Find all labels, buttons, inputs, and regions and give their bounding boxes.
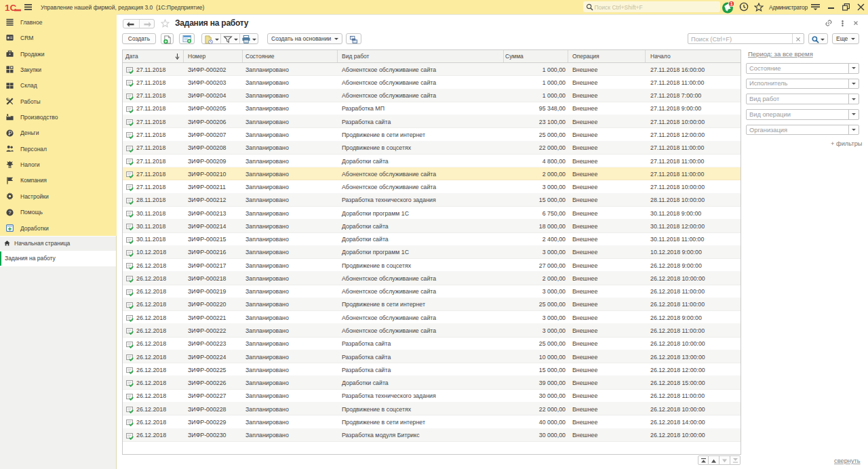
svg-text:?: ?	[8, 209, 12, 216]
svg-text:1: 1	[730, 1, 733, 6]
